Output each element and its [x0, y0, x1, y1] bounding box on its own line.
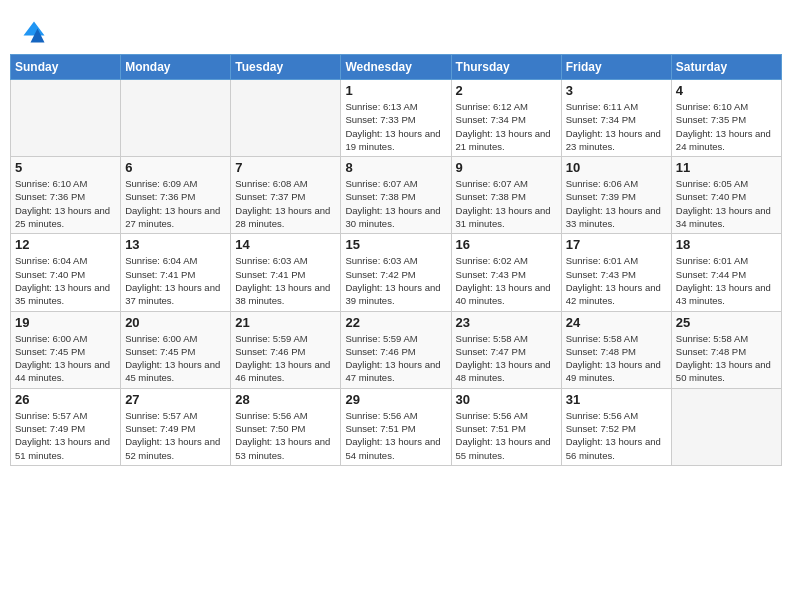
weekday-header: Monday [121, 55, 231, 80]
day-info: Sunrise: 5:58 AMSunset: 7:47 PMDaylight:… [456, 332, 557, 385]
day-number: 16 [456, 237, 557, 252]
calendar-day-cell: 8Sunrise: 6:07 AMSunset: 7:38 PMDaylight… [341, 157, 451, 234]
day-number: 5 [15, 160, 116, 175]
day-number: 1 [345, 83, 446, 98]
day-number: 31 [566, 392, 667, 407]
day-number: 6 [125, 160, 226, 175]
day-number: 13 [125, 237, 226, 252]
weekday-header-row: SundayMondayTuesdayWednesdayThursdayFrid… [11, 55, 782, 80]
day-info: Sunrise: 5:56 AMSunset: 7:50 PMDaylight:… [235, 409, 336, 462]
calendar-day-cell: 30Sunrise: 5:56 AMSunset: 7:51 PMDayligh… [451, 388, 561, 465]
day-info: Sunrise: 6:07 AMSunset: 7:38 PMDaylight:… [456, 177, 557, 230]
day-info: Sunrise: 5:58 AMSunset: 7:48 PMDaylight:… [566, 332, 667, 385]
day-number: 9 [456, 160, 557, 175]
weekday-header: Tuesday [231, 55, 341, 80]
day-number: 27 [125, 392, 226, 407]
day-info: Sunrise: 5:56 AMSunset: 7:52 PMDaylight:… [566, 409, 667, 462]
calendar-day-cell: 20Sunrise: 6:00 AMSunset: 7:45 PMDayligh… [121, 311, 231, 388]
day-number: 23 [456, 315, 557, 330]
day-number: 7 [235, 160, 336, 175]
calendar-day-cell: 13Sunrise: 6:04 AMSunset: 7:41 PMDayligh… [121, 234, 231, 311]
day-number: 15 [345, 237, 446, 252]
weekday-header: Saturday [671, 55, 781, 80]
calendar-day-cell: 19Sunrise: 6:00 AMSunset: 7:45 PMDayligh… [11, 311, 121, 388]
calendar-day-cell [231, 80, 341, 157]
day-info: Sunrise: 6:12 AMSunset: 7:34 PMDaylight:… [456, 100, 557, 153]
day-info: Sunrise: 6:05 AMSunset: 7:40 PMDaylight:… [676, 177, 777, 230]
day-info: Sunrise: 6:03 AMSunset: 7:42 PMDaylight:… [345, 254, 446, 307]
day-number: 8 [345, 160, 446, 175]
weekday-header: Friday [561, 55, 671, 80]
day-info: Sunrise: 5:57 AMSunset: 7:49 PMDaylight:… [15, 409, 116, 462]
day-info: Sunrise: 6:01 AMSunset: 7:44 PMDaylight:… [676, 254, 777, 307]
calendar-day-cell: 4Sunrise: 6:10 AMSunset: 7:35 PMDaylight… [671, 80, 781, 157]
calendar-day-cell [11, 80, 121, 157]
calendar-day-cell: 1Sunrise: 6:13 AMSunset: 7:33 PMDaylight… [341, 80, 451, 157]
day-info: Sunrise: 6:00 AMSunset: 7:45 PMDaylight:… [125, 332, 226, 385]
calendar-day-cell: 25Sunrise: 5:58 AMSunset: 7:48 PMDayligh… [671, 311, 781, 388]
calendar-week-row: 26Sunrise: 5:57 AMSunset: 7:49 PMDayligh… [11, 388, 782, 465]
calendar-day-cell: 14Sunrise: 6:03 AMSunset: 7:41 PMDayligh… [231, 234, 341, 311]
day-info: Sunrise: 6:10 AMSunset: 7:36 PMDaylight:… [15, 177, 116, 230]
calendar-day-cell: 24Sunrise: 5:58 AMSunset: 7:48 PMDayligh… [561, 311, 671, 388]
day-number: 19 [15, 315, 116, 330]
calendar-day-cell: 29Sunrise: 5:56 AMSunset: 7:51 PMDayligh… [341, 388, 451, 465]
day-number: 20 [125, 315, 226, 330]
day-number: 25 [676, 315, 777, 330]
day-number: 2 [456, 83, 557, 98]
calendar-day-cell: 23Sunrise: 5:58 AMSunset: 7:47 PMDayligh… [451, 311, 561, 388]
day-info: Sunrise: 5:57 AMSunset: 7:49 PMDaylight:… [125, 409, 226, 462]
calendar-day-cell: 31Sunrise: 5:56 AMSunset: 7:52 PMDayligh… [561, 388, 671, 465]
day-info: Sunrise: 6:04 AMSunset: 7:40 PMDaylight:… [15, 254, 116, 307]
day-number: 21 [235, 315, 336, 330]
calendar-day-cell: 15Sunrise: 6:03 AMSunset: 7:42 PMDayligh… [341, 234, 451, 311]
calendar-day-cell: 17Sunrise: 6:01 AMSunset: 7:43 PMDayligh… [561, 234, 671, 311]
day-info: Sunrise: 5:56 AMSunset: 7:51 PMDaylight:… [456, 409, 557, 462]
day-info: Sunrise: 6:00 AMSunset: 7:45 PMDaylight:… [15, 332, 116, 385]
calendar-day-cell [121, 80, 231, 157]
logo [20, 18, 52, 46]
day-info: Sunrise: 6:01 AMSunset: 7:43 PMDaylight:… [566, 254, 667, 307]
calendar-week-row: 5Sunrise: 6:10 AMSunset: 7:36 PMDaylight… [11, 157, 782, 234]
day-info: Sunrise: 6:06 AMSunset: 7:39 PMDaylight:… [566, 177, 667, 230]
calendar-day-cell: 9Sunrise: 6:07 AMSunset: 7:38 PMDaylight… [451, 157, 561, 234]
day-info: Sunrise: 6:11 AMSunset: 7:34 PMDaylight:… [566, 100, 667, 153]
weekday-header: Wednesday [341, 55, 451, 80]
calendar-day-cell: 18Sunrise: 6:01 AMSunset: 7:44 PMDayligh… [671, 234, 781, 311]
day-info: Sunrise: 5:59 AMSunset: 7:46 PMDaylight:… [345, 332, 446, 385]
day-info: Sunrise: 6:08 AMSunset: 7:37 PMDaylight:… [235, 177, 336, 230]
weekday-header: Thursday [451, 55, 561, 80]
day-info: Sunrise: 6:02 AMSunset: 7:43 PMDaylight:… [456, 254, 557, 307]
calendar-day-cell: 21Sunrise: 5:59 AMSunset: 7:46 PMDayligh… [231, 311, 341, 388]
day-number: 26 [15, 392, 116, 407]
day-info: Sunrise: 6:10 AMSunset: 7:35 PMDaylight:… [676, 100, 777, 153]
calendar-day-cell: 12Sunrise: 6:04 AMSunset: 7:40 PMDayligh… [11, 234, 121, 311]
svg-marker-0 [24, 22, 45, 36]
day-number: 3 [566, 83, 667, 98]
calendar-day-cell: 26Sunrise: 5:57 AMSunset: 7:49 PMDayligh… [11, 388, 121, 465]
calendar-day-cell: 6Sunrise: 6:09 AMSunset: 7:36 PMDaylight… [121, 157, 231, 234]
day-info: Sunrise: 6:07 AMSunset: 7:38 PMDaylight:… [345, 177, 446, 230]
weekday-header: Sunday [11, 55, 121, 80]
day-info: Sunrise: 6:03 AMSunset: 7:41 PMDaylight:… [235, 254, 336, 307]
day-number: 30 [456, 392, 557, 407]
calendar-day-cell: 11Sunrise: 6:05 AMSunset: 7:40 PMDayligh… [671, 157, 781, 234]
logo-icon [20, 18, 48, 46]
calendar-day-cell: 16Sunrise: 6:02 AMSunset: 7:43 PMDayligh… [451, 234, 561, 311]
calendar-day-cell: 10Sunrise: 6:06 AMSunset: 7:39 PMDayligh… [561, 157, 671, 234]
calendar-day-cell: 27Sunrise: 5:57 AMSunset: 7:49 PMDayligh… [121, 388, 231, 465]
day-number: 14 [235, 237, 336, 252]
calendar-day-cell: 7Sunrise: 6:08 AMSunset: 7:37 PMDaylight… [231, 157, 341, 234]
day-number: 28 [235, 392, 336, 407]
calendar-week-row: 19Sunrise: 6:00 AMSunset: 7:45 PMDayligh… [11, 311, 782, 388]
day-info: Sunrise: 5:56 AMSunset: 7:51 PMDaylight:… [345, 409, 446, 462]
calendar-day-cell: 22Sunrise: 5:59 AMSunset: 7:46 PMDayligh… [341, 311, 451, 388]
day-number: 18 [676, 237, 777, 252]
day-number: 10 [566, 160, 667, 175]
day-info: Sunrise: 6:13 AMSunset: 7:33 PMDaylight:… [345, 100, 446, 153]
day-info: Sunrise: 6:09 AMSunset: 7:36 PMDaylight:… [125, 177, 226, 230]
day-number: 29 [345, 392, 446, 407]
calendar-day-cell: 3Sunrise: 6:11 AMSunset: 7:34 PMDaylight… [561, 80, 671, 157]
day-number: 11 [676, 160, 777, 175]
calendar-day-cell: 2Sunrise: 6:12 AMSunset: 7:34 PMDaylight… [451, 80, 561, 157]
